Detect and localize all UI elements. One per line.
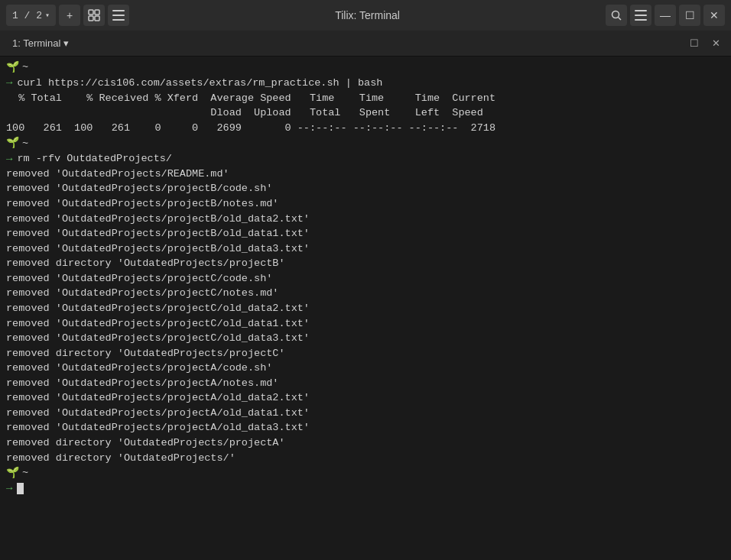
cursor-line: → xyxy=(6,481,725,496)
add-terminal-icon xyxy=(88,9,100,21)
tab-close-button[interactable]: ✕ xyxy=(707,34,725,53)
removed-line: removed 'OutdatedProjects/projectC/old_d… xyxy=(6,331,725,346)
sidebar-icon xyxy=(112,10,125,21)
removed-line: removed directory 'OutdatedProjects/proj… xyxy=(6,435,725,451)
search-icon xyxy=(611,10,622,21)
restore-icon: ☐ xyxy=(690,37,699,49)
svg-rect-9 xyxy=(635,10,647,11)
window-title: Tilix: Terminal xyxy=(132,9,603,21)
plant-icon: 🌱 xyxy=(6,135,19,151)
plant-icon: 🌱 xyxy=(6,60,19,75)
add-terminal-button[interactable] xyxy=(83,5,105,26)
svg-rect-6 xyxy=(112,19,125,21)
terminal-cursor xyxy=(17,483,24,494)
removed-line: removed 'OutdatedProjects/projectA/old_d… xyxy=(6,406,725,421)
maximize-button[interactable]: ☐ xyxy=(679,5,700,26)
svg-rect-5 xyxy=(112,15,125,16)
prompt-home-line: 🌱~ xyxy=(6,465,725,481)
removed-line: removed 'OutdatedProjects/projectC/old_d… xyxy=(6,301,725,316)
search-button[interactable] xyxy=(606,5,627,26)
svg-rect-1 xyxy=(95,10,99,15)
prompt-arrow: → xyxy=(6,151,12,167)
tab-selector[interactable]: 1 / 2 ▾ xyxy=(6,5,56,26)
close-button[interactable]: ✕ xyxy=(703,5,725,26)
minimize-icon: — xyxy=(660,9,671,21)
close-icon: ✕ xyxy=(710,9,719,21)
tab-restore-button[interactable]: ☐ xyxy=(685,34,703,53)
maximize-icon: ☐ xyxy=(685,9,695,21)
prompt-arrow: → xyxy=(6,75,12,90)
new-session-button[interactable]: + xyxy=(59,5,80,26)
tab-close-icon: ✕ xyxy=(712,37,720,49)
window-controls: — ☐ ✕ xyxy=(606,5,725,26)
plain-line: % Total % Received % Xferd Average Speed… xyxy=(6,91,725,106)
command-line: →curl https://cis106.com/assets/extras/r… xyxy=(6,75,725,90)
removed-line: removed directory 'OutdatedProjects/' xyxy=(6,451,725,466)
removed-line: removed 'OutdatedProjects/projectB/old_d… xyxy=(6,226,725,241)
prompt-arrow-cursor: → xyxy=(6,481,12,496)
removed-line: removed 'OutdatedProjects/README.md' xyxy=(6,167,725,182)
tab-terminal[interactable]: 1: Terminal ▾ xyxy=(6,31,75,56)
removed-line: removed 'OutdatedProjects/projectC/old_d… xyxy=(6,316,725,332)
tilde: ~ xyxy=(22,465,28,481)
removed-line: removed 'OutdatedProjects/projectB/notes… xyxy=(6,196,725,212)
svg-rect-4 xyxy=(112,10,125,11)
plant-icon: 🌱 xyxy=(6,465,19,481)
removed-line: removed 'OutdatedProjects/projectC/notes… xyxy=(6,286,725,301)
removed-line: removed 'OutdatedProjects/projectB/code.… xyxy=(6,181,725,196)
tab-controls: ☐ ✕ xyxy=(685,34,725,53)
menu-button[interactable] xyxy=(630,5,651,26)
command-text: rm -rfv OutdatedProjects/ xyxy=(17,151,172,167)
tabbar: 1: Terminal ▾ ☐ ✕ xyxy=(0,31,731,57)
svg-line-8 xyxy=(619,18,622,21)
plain-line: Dload Upload Total Spent Left Speed xyxy=(6,105,725,121)
removed-line: removed directory 'OutdatedProjects/proj… xyxy=(6,346,725,361)
minimize-button[interactable]: — xyxy=(655,5,676,26)
removed-line: removed 'OutdatedProjects/projectA/old_d… xyxy=(6,420,725,435)
removed-line: removed 'OutdatedProjects/projectB/old_d… xyxy=(6,212,725,227)
tilde: ~ xyxy=(22,60,28,75)
svg-rect-2 xyxy=(89,16,93,21)
removed-line: removed directory 'OutdatedProjects/proj… xyxy=(6,256,725,271)
command-text: curl https://cis106.com/assets/extras/rm… xyxy=(17,76,382,91)
menu-icon xyxy=(635,10,647,21)
removed-line: removed 'OutdatedProjects/projectA/code.… xyxy=(6,361,725,376)
svg-rect-10 xyxy=(635,15,647,16)
removed-line: removed 'OutdatedProjects/projectA/notes… xyxy=(6,376,725,391)
chevron-down-icon: ▾ xyxy=(45,11,50,20)
svg-rect-11 xyxy=(635,19,647,21)
tab-chevron: ▾ xyxy=(63,37,69,49)
removed-line: removed 'OutdatedProjects/projectA/old_d… xyxy=(6,390,725,406)
removed-line: removed 'OutdatedProjects/projectB/old_d… xyxy=(6,241,725,257)
titlebar: 1 / 2 ▾ + Tilix: Terminal xyxy=(0,0,731,31)
command-line: →rm -rfv OutdatedProjects/ xyxy=(6,151,725,167)
plain-line: 100 261 100 261 0 0 2699 0 --:--:-- --:-… xyxy=(6,121,725,136)
tilde: ~ xyxy=(22,136,28,151)
sidebar-toggle-button[interactable] xyxy=(108,5,129,26)
svg-rect-0 xyxy=(89,10,93,15)
tab-selector-label: 1 / 2 xyxy=(12,10,42,21)
svg-rect-3 xyxy=(95,16,99,21)
prompt-home-line: 🌱~ xyxy=(6,135,725,151)
tab-label: 1: Terminal xyxy=(12,37,60,49)
removed-line: removed 'OutdatedProjects/projectC/code.… xyxy=(6,271,725,286)
terminal-content[interactable]: 🌱~→curl https://cis106.com/assets/extras… xyxy=(0,57,731,560)
svg-point-7 xyxy=(612,11,619,18)
prompt-home-line: 🌱~ xyxy=(6,60,725,75)
